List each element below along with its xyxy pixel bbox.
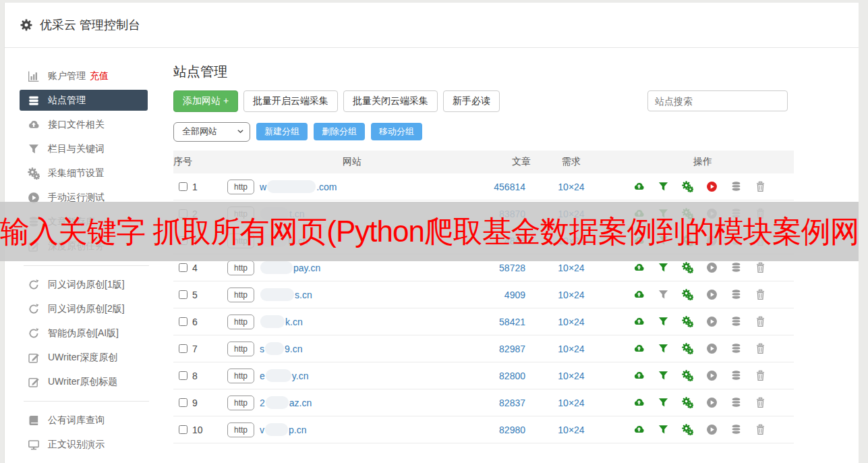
- batch-open-cloud-button[interactable]: 批量开启云端采集: [243, 90, 338, 112]
- gears-icon[interactable]: [682, 424, 693, 435]
- sidebar-item-refresh[interactable]: 同义词伪原创[1版]: [5, 273, 168, 297]
- cloud-upload-icon[interactable]: [633, 370, 645, 381]
- site-link[interactable]: s.cn: [260, 288, 312, 301]
- trash-icon[interactable]: [755, 262, 766, 273]
- sidebar-item-refresh[interactable]: 同义词伪原创[2版]: [5, 297, 168, 321]
- http-protocol-badge[interactable]: http: [227, 315, 254, 329]
- play-icon[interactable]: [706, 289, 718, 300]
- row-checkbox[interactable]: [179, 263, 187, 272]
- filter-icon[interactable]: [658, 424, 669, 435]
- row-checkbox[interactable]: [179, 425, 187, 434]
- article-count[interactable]: 82980: [477, 425, 531, 435]
- recharge-link[interactable]: 充值: [90, 70, 109, 82]
- trash-icon[interactable]: [755, 370, 766, 381]
- cloud-upload-icon[interactable]: [633, 181, 645, 192]
- trash-icon[interactable]: [755, 397, 766, 408]
- sidebar-item-filter[interactable]: 栏目与关键词: [5, 137, 168, 161]
- http-protocol-badge[interactable]: http: [227, 261, 254, 275]
- sidebar-item-refresh[interactable]: 智能伪原创[AI版]: [5, 321, 168, 346]
- trash-icon[interactable]: [755, 316, 766, 327]
- play-icon[interactable]: [706, 316, 718, 327]
- play-icon[interactable]: [706, 262, 718, 273]
- sidebar-item-edit[interactable]: UWriter深度原创: [5, 346, 168, 370]
- database-icon[interactable]: [730, 316, 742, 327]
- row-checkbox[interactable]: [179, 182, 187, 191]
- database-icon[interactable]: [730, 370, 742, 381]
- site-link[interactable]: ey.cn: [260, 369, 308, 382]
- cloud-upload-icon[interactable]: [633, 424, 645, 435]
- add-site-button[interactable]: 添加网站 +: [173, 90, 238, 112]
- sidebar-item-bar-chart[interactable]: 账户管理充值: [5, 64, 168, 88]
- database-icon[interactable]: [730, 289, 742, 300]
- trash-icon[interactable]: [755, 181, 766, 192]
- filter-icon[interactable]: [658, 181, 669, 192]
- cloud-upload-icon[interactable]: [633, 316, 645, 327]
- http-protocol-badge[interactable]: http: [227, 369, 254, 383]
- gears-icon[interactable]: [682, 262, 693, 273]
- gears-icon[interactable]: [682, 181, 693, 192]
- article-count[interactable]: 4909: [477, 290, 531, 300]
- article-count[interactable]: 82800: [477, 371, 531, 381]
- new-group-button[interactable]: 新建分组: [256, 123, 308, 140]
- row-checkbox[interactable]: [179, 317, 187, 326]
- site-link[interactable]: 2az.cn: [260, 396, 312, 409]
- article-count[interactable]: 456814: [477, 182, 531, 192]
- article-count[interactable]: 82987: [477, 344, 531, 354]
- gears-icon[interactable]: [682, 370, 693, 381]
- http-protocol-badge[interactable]: http: [227, 288, 254, 302]
- row-checkbox[interactable]: [179, 290, 187, 299]
- batch-close-cloud-button[interactable]: 批量关闭云端采集: [343, 90, 438, 112]
- play-icon[interactable]: [706, 181, 718, 192]
- sidebar-item-server-list-active[interactable]: 站点管理: [20, 90, 148, 111]
- sidebar-item-monitor[interactable]: 正文识别演示: [5, 433, 168, 457]
- play-icon[interactable]: [706, 397, 718, 408]
- database-icon[interactable]: [730, 424, 742, 435]
- sidebar-item-book[interactable]: 公有词库查询: [5, 408, 168, 433]
- filter-icon[interactable]: [658, 343, 669, 354]
- filter-icon[interactable]: [658, 262, 669, 273]
- gears-icon[interactable]: [682, 397, 693, 408]
- filter-icon[interactable]: [658, 370, 669, 381]
- play-icon[interactable]: [706, 424, 718, 435]
- database-icon[interactable]: [730, 397, 742, 408]
- gears-icon[interactable]: [682, 289, 693, 300]
- database-icon[interactable]: [730, 343, 742, 354]
- row-checkbox[interactable]: [179, 371, 187, 380]
- cloud-upload-icon[interactable]: [633, 343, 645, 354]
- play-icon[interactable]: [706, 343, 718, 354]
- site-link[interactable]: w.com: [260, 180, 337, 193]
- trash-icon[interactable]: [755, 289, 766, 300]
- site-search-input[interactable]: [647, 90, 788, 111]
- cloud-upload-icon[interactable]: [633, 262, 645, 273]
- http-protocol-badge[interactable]: http: [227, 423, 254, 437]
- site-group-select[interactable]: 全部网站: [173, 122, 250, 142]
- gears-icon[interactable]: [682, 343, 693, 354]
- filter-icon[interactable]: [658, 316, 669, 327]
- sidebar-item-cloud-upload[interactable]: 接口文件相关: [5, 113, 168, 137]
- trash-icon[interactable]: [755, 424, 766, 435]
- database-icon[interactable]: [730, 262, 742, 273]
- filter-icon[interactable]: [658, 397, 669, 408]
- play-icon[interactable]: [706, 370, 718, 381]
- article-count[interactable]: 82837: [477, 398, 531, 408]
- sidebar-item-edit[interactable]: UWriter原创标题: [5, 370, 168, 394]
- row-checkbox[interactable]: [179, 398, 187, 407]
- filter-icon[interactable]: [658, 289, 669, 300]
- sidebar-item-gears[interactable]: 采集细节设置: [5, 161, 168, 186]
- http-protocol-badge[interactable]: http: [227, 396, 254, 410]
- site-link[interactable]: s9.cn: [260, 342, 302, 355]
- newbie-guide-button[interactable]: 新手必读: [443, 90, 500, 112]
- site-link[interactable]: pay.cn: [260, 261, 320, 274]
- site-link[interactable]: k.cn: [260, 315, 303, 328]
- gears-icon[interactable]: [682, 316, 693, 327]
- site-link[interactable]: vp.cn: [260, 423, 306, 436]
- cloud-upload-icon[interactable]: [633, 397, 645, 408]
- database-icon[interactable]: [730, 181, 742, 192]
- cloud-upload-icon[interactable]: [633, 289, 645, 300]
- delete-group-button[interactable]: 删除分组: [314, 123, 365, 140]
- trash-icon[interactable]: [755, 343, 766, 354]
- article-count[interactable]: 58728: [477, 263, 531, 273]
- http-protocol-badge[interactable]: http: [227, 180, 254, 194]
- move-group-button[interactable]: 移动分组: [371, 123, 422, 140]
- row-checkbox[interactable]: [179, 344, 187, 353]
